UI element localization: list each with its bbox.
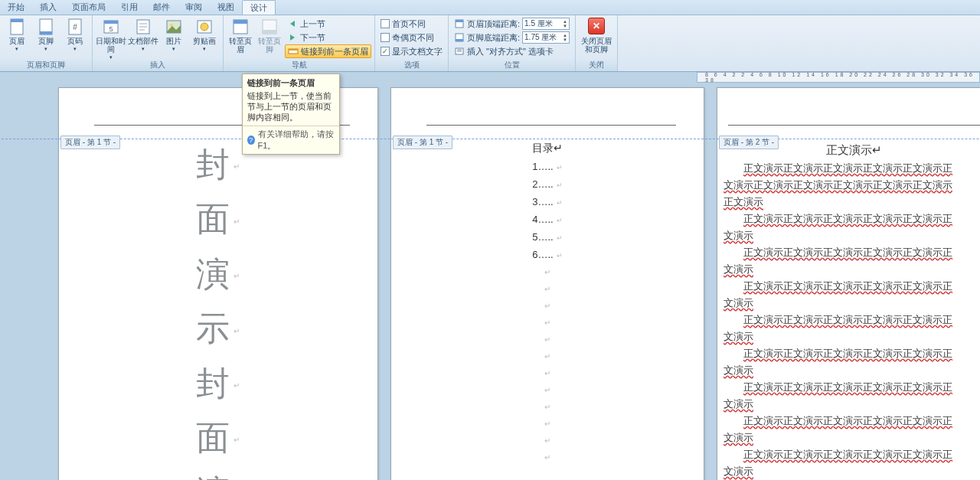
first-page-diff-check[interactable]: 首页不同 (378, 17, 445, 31)
insert-align-tab[interactable]: 插入 "对齐方式" 选项卡 (452, 44, 572, 58)
odd-even-diff-check[interactable]: 奇偶页不同 (378, 31, 445, 44)
group-insert: 5日期和时间▾文档部件▾图片▾剪贴画▾ 插入 (93, 15, 224, 71)
chevron-down-icon: ▾ (142, 46, 145, 52)
header-tag[interactable]: 页眉 - 第 1 节 - (393, 136, 452, 149)
checkbox-icon (381, 33, 390, 42)
chevron-down-icon: ▾ (15, 46, 18, 52)
svg-rect-20 (263, 30, 276, 34)
tooltip-link-previous: 链接到前一条页眉 链接到上一节，使当前节与上一节的页眉和页脚内容相同。 ? 有关… (242, 73, 340, 155)
btn-文档部件[interactable]: 文档部件▾ (128, 16, 158, 59)
header-separator (0, 139, 980, 139)
toc-text: 目录↵1…..2…..3…..4…..5…..6…..↵↵↵↵↵↵↵↵↵↵↵↵ (391, 142, 704, 466)
checkbox-icon (381, 19, 390, 28)
svg-rect-1 (11, 19, 23, 22)
btn-日期和时间[interactable]: 5日期和时间▾ (96, 16, 126, 59)
group-label: 位置 (449, 59, 575, 71)
group-label: 关闭 (576, 59, 617, 71)
next-section-button[interactable]: 下一节 (285, 31, 371, 44)
close-icon: ✕ (588, 18, 605, 34)
svg-point-16 (201, 23, 208, 31)
header-rule (728, 125, 980, 126)
tab-1[interactable]: 插入 (32, 0, 64, 15)
group-header-footer: 页眉▾页脚▾#页码▾ 页眉和页脚 (0, 15, 93, 71)
btn-icon (37, 18, 55, 36)
svg-text:#: # (73, 23, 77, 31)
link-previous-button[interactable]: 链接到前一条页眉 (285, 44, 371, 58)
svg-rect-18 (234, 20, 247, 24)
footer-bottom-distance[interactable]: 页脚底端距离: 1.75 厘米▲▼ (452, 31, 572, 44)
group-close: ✕ 关闭页眉和页脚 关闭 (576, 15, 618, 71)
tab-3[interactable]: 引用 (113, 0, 145, 15)
tab-6[interactable]: 视图 (210, 0, 242, 15)
btn-icon (8, 18, 26, 36)
tab-0[interactable]: 开始 (0, 0, 32, 15)
btn-剪贴画[interactable]: 剪贴画▾ (189, 16, 220, 59)
svg-rect-7 (104, 21, 118, 24)
prev-section-button[interactable]: 上一节 (285, 17, 371, 31)
tab-4[interactable]: 邮件 (145, 0, 178, 15)
cover-text: 封面演示封面演示 (59, 139, 377, 480)
group-label: 插入 (93, 59, 223, 71)
btn-页脚[interactable]: 页脚▾ (32, 16, 60, 59)
chevron-down-icon: ▾ (172, 46, 175, 52)
btn-页码[interactable]: #页码▾ (61, 16, 89, 59)
horizontal-ruler[interactable]: 8 6 4 2 2 4 6 8 10 12 14 16 18 20 22 24 … (697, 72, 980, 83)
body-text: 正文演示↵正文演示正文演示正文演示正文演示正文演示正文演示正文演示正文演示正文演… (724, 142, 980, 480)
header-top-distance[interactable]: 页眉顶端距离: 1.5 厘米▲▼ (452, 17, 572, 31)
show-doc-text-check[interactable]: ✓显示文档文字 (378, 44, 445, 58)
group-options: 首页不同 奇偶页不同 ✓显示文档文字 选项 (375, 15, 449, 71)
ribbon: 页眉▾页脚▾#页码▾ 页眉和页脚 5日期和时间▾文档部件▾图片▾剪贴画▾ 插入 … (0, 15, 980, 72)
help-icon: ? (247, 136, 255, 145)
btn-图片[interactable]: 图片▾ (160, 16, 188, 59)
tab-2[interactable]: 页面布局 (64, 0, 113, 15)
btn-icon: # (66, 18, 84, 36)
checkbox-icon: ✓ (381, 47, 390, 56)
chevron-down-icon: ▾ (203, 46, 206, 52)
btn-icon (134, 18, 152, 36)
svg-rect-26 (456, 39, 463, 41)
chevron-down-icon: ▾ (44, 46, 47, 52)
svg-rect-3 (40, 31, 52, 34)
tooltip-body: 链接到上一节，使当前节与上一节的页眉和页脚内容相同。 (243, 90, 339, 126)
ribbon-tabs: 开始插入页面布局引用邮件审阅视图设计 (0, 0, 980, 15)
group-label: 页眉和页脚 (0, 59, 92, 71)
group-position: 页眉顶端距离: 1.5 厘米▲▼ 页脚底端距离: 1.75 厘米▲▼ 插入 "对… (449, 15, 576, 71)
goto-footer-button[interactable]: 转至页脚 (256, 16, 283, 59)
group-label: 导航 (224, 59, 374, 71)
svg-rect-22 (289, 49, 298, 51)
btn-页眉[interactable]: 页眉▾ (3, 16, 31, 59)
tab-7[interactable]: 设计 (242, 0, 276, 15)
group-navigation: 转至页眉 转至页脚 上一节 下一节 链接到前一条页眉 (224, 15, 375, 71)
header-rule (426, 125, 676, 126)
svg-text:5: 5 (109, 25, 113, 33)
goto-header-button[interactable]: 转至页眉 (227, 16, 254, 59)
chevron-down-icon: ▾ (74, 46, 77, 52)
page-3[interactable]: 页眉 - 第 2 节 - 正文演示↵正文演示正文演示正文演示正文演示正文演示正文… (717, 87, 980, 480)
page-2[interactable]: 页眉 - 第 1 节 - 目录↵1…..2…..3…..4…..5…..6…..… (390, 87, 704, 480)
btn-icon (165, 18, 183, 36)
group-label: 选项 (375, 59, 448, 71)
close-header-footer-button[interactable]: ✕ 关闭页眉和页脚 (579, 16, 614, 59)
header-tag[interactable]: 页眉 - 第 1 节 - (60, 136, 120, 149)
header-tag[interactable]: 页眉 - 第 2 节 - (719, 136, 779, 149)
svg-rect-24 (456, 20, 463, 22)
document-workspace: 8 6 4 2 2 4 6 8 10 12 14 16 18 20 22 24 … (0, 72, 980, 480)
tooltip-footer: ? 有关详细帮助，请按 F1。 (243, 126, 339, 154)
btn-icon (195, 18, 214, 36)
tooltip-title: 链接到前一条页眉 (243, 74, 339, 90)
btn-icon: 5 (102, 18, 120, 36)
tab-5[interactable]: 审阅 (178, 0, 210, 15)
